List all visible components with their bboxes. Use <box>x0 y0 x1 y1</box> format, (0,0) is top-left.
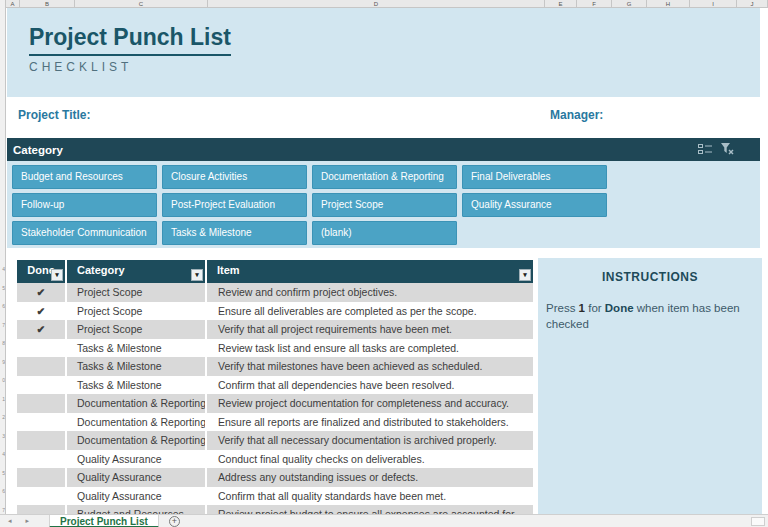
table-row: Documentation & ReportingVerify that all… <box>17 431 533 450</box>
done-cell-empty[interactable] <box>17 376 65 395</box>
filter-dropdown-category[interactable]: ▾ <box>191 269 203 281</box>
category-cell[interactable]: Project Scope <box>67 302 205 321</box>
clear-filter-icon[interactable] <box>721 141 734 159</box>
column-header-category: Category ▾ <box>67 260 205 283</box>
slicer-button-follow-up[interactable]: Follow-up <box>12 193 157 217</box>
slicer-button-documentation-reporting[interactable]: Documentation & Reporting <box>312 165 457 189</box>
horizontal-scrollbar[interactable] <box>751 517 765 526</box>
row-number: 1 <box>0 396 5 402</box>
punch-list-table: Done ▾ Category ▾ Item ▾ ✔Project ScopeR… <box>17 260 533 514</box>
item-cell[interactable]: Conduct final quality checks on delivera… <box>207 450 533 469</box>
table-row: Documentation & ReportingReview project … <box>17 394 533 413</box>
item-cell[interactable]: Verify that all project requirements hav… <box>207 320 533 339</box>
category-cell[interactable]: Quality Assurance <box>67 487 205 506</box>
row-number: 2 <box>0 414 5 420</box>
page-subtitle: CHECKLIST <box>29 60 760 74</box>
row-number: 7 <box>0 507 5 513</box>
column-header-b[interactable]: B <box>20 0 75 7</box>
filter-dropdown-item[interactable]: ▾ <box>519 269 531 281</box>
category-cell[interactable]: Documentation & Reporting <box>67 431 205 450</box>
column-header-done: Done ▾ <box>17 260 65 283</box>
item-cell[interactable]: Ensure all reports are finalized and dis… <box>207 413 533 432</box>
table-row: ✔Project ScopeReview and confirm project… <box>17 283 533 302</box>
table-row: Quality AssuranceAddress any outstanding… <box>17 468 533 487</box>
row-number: 0 <box>0 377 5 383</box>
column-header-h[interactable]: H <box>647 0 690 7</box>
category-cell[interactable]: Budget and Resources <box>67 505 205 514</box>
instructions-title: INSTRUCTIONS <box>538 270 762 284</box>
item-cell[interactable]: Address any outstanding issues or defect… <box>207 468 533 487</box>
category-cell[interactable]: Documentation & Reporting <box>67 413 205 432</box>
category-cell[interactable]: Tasks & Milestone <box>67 357 205 376</box>
column-header-i[interactable]: I <box>690 0 737 7</box>
add-sheet-icon[interactable]: + <box>169 516 180 527</box>
sheet-tab-project-punch-list[interactable]: Project Punch List <box>49 515 159 527</box>
category-slicer-header: Category <box>7 138 760 161</box>
item-cell[interactable]: Review project documentation for complet… <box>207 394 533 413</box>
slicer-button-post-project-evaluation[interactable]: Post-Project Evaluation <box>162 193 307 217</box>
column-header-c[interactable]: C <box>75 0 208 7</box>
slicer-button-closure-activities[interactable]: Closure Activities <box>162 165 307 189</box>
instructions-text: Press 1 for Done when item has been chec… <box>546 300 754 332</box>
item-cell[interactable]: Verify that milestones have been achieve… <box>207 357 533 376</box>
category-cell[interactable]: Quality Assurance <box>67 468 205 487</box>
multi-select-icon[interactable] <box>698 141 712 159</box>
category-slicer-buttons: Budget and ResourcesClosure ActivitiesDo… <box>7 161 760 248</box>
column-header-g[interactable]: G <box>612 0 647 7</box>
table-row: Tasks & MilestoneVerify that milestones … <box>17 357 533 376</box>
row-number: 7 <box>0 322 5 328</box>
column-header-a[interactable]: A <box>6 0 20 7</box>
done-cell-empty[interactable] <box>17 450 65 469</box>
category-cell[interactable]: Tasks & Milestone <box>67 339 205 358</box>
slicer-button-budget-and-resources[interactable]: Budget and Resources <box>12 165 157 189</box>
done-cell-empty[interactable] <box>17 394 65 413</box>
column-header-j[interactable]: J <box>737 0 768 7</box>
done-cell-empty[interactable] <box>17 468 65 487</box>
done-cell-empty[interactable] <box>17 431 65 450</box>
category-cell[interactable]: Project Scope <box>67 320 205 339</box>
slicer-button-blank[interactable]: (blank) <box>312 221 457 245</box>
item-cell[interactable]: Ensure all deliverables are completed as… <box>207 302 533 321</box>
category-cell[interactable]: Documentation & Reporting <box>67 394 205 413</box>
table-row: Documentation & ReportingEnsure all repo… <box>17 413 533 432</box>
title-banner: Project Punch List CHECKLIST <box>7 8 760 97</box>
item-cell[interactable]: Confirm that all dependencies have been … <box>207 376 533 395</box>
row-number: 6 <box>0 488 5 494</box>
category-cell[interactable]: Tasks & Milestone <box>67 376 205 395</box>
done-cell-empty[interactable] <box>17 413 65 432</box>
done-word: Done <box>605 302 634 314</box>
done-cell-empty[interactable] <box>17 339 65 358</box>
check-icon[interactable]: ✔ <box>17 283 65 302</box>
slicer-button-final-deliverables[interactable]: Final Deliverables <box>462 165 607 189</box>
row-number: 5 <box>0 285 5 291</box>
done-cell-empty[interactable] <box>17 487 65 506</box>
table-row: Quality AssuranceConfirm that all qualit… <box>17 487 533 506</box>
sheet-nav-arrows[interactable]: ◂ ▸ <box>8 517 35 525</box>
column-header-item: Item ▾ <box>207 260 533 283</box>
item-cell[interactable]: Confirm that all quality standards have … <box>207 487 533 506</box>
slicer-button-stakeholder-communication[interactable]: Stakeholder Communication <box>12 221 157 245</box>
category-cell[interactable]: Project Scope <box>67 283 205 302</box>
item-cell[interactable]: Review project budget to ensure all expe… <box>207 505 533 514</box>
table-row: ✔Project ScopeVerify that all project re… <box>17 320 533 339</box>
column-header-d[interactable]: D <box>208 0 545 7</box>
slicer-button-project-scope[interactable]: Project Scope <box>312 193 457 217</box>
done-cell-empty[interactable] <box>17 357 65 376</box>
filter-dropdown-done[interactable]: ▾ <box>51 269 63 281</box>
item-cell[interactable]: Verify that all necessary documentation … <box>207 431 533 450</box>
row-number: 9 <box>0 359 5 365</box>
check-icon[interactable]: ✔ <box>17 302 65 321</box>
done-cell-empty[interactable] <box>17 505 65 514</box>
column-header-f[interactable]: F <box>577 0 612 7</box>
item-cell[interactable]: Review task list and ensure all tasks ar… <box>207 339 533 358</box>
slicer-button-tasks-milestone[interactable]: Tasks & Milestone <box>162 221 307 245</box>
table-row: Quality AssuranceConduct final quality c… <box>17 450 533 469</box>
instructions-panel: INSTRUCTIONS Press 1 for Done when item … <box>538 258 762 514</box>
column-header-e[interactable]: E <box>545 0 577 7</box>
slicer-button-quality-assurance[interactable]: Quality Assurance <box>462 193 607 217</box>
item-cell[interactable]: Review and confirm project objectives. <box>207 283 533 302</box>
table-row: ✔Project ScopeEnsure all deliverables ar… <box>17 302 533 321</box>
check-icon[interactable]: ✔ <box>17 320 65 339</box>
page-title: Project Punch List <box>29 24 231 56</box>
category-cell[interactable]: Quality Assurance <box>67 450 205 469</box>
